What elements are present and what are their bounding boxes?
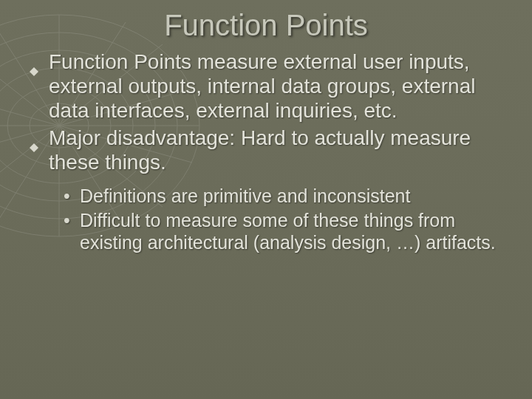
slide-title: Function Points bbox=[22, 9, 510, 42]
list-item-text: Function Points measure external user in… bbox=[49, 50, 475, 122]
list-item: Major disadvantage: Hard to actually mea… bbox=[28, 126, 510, 174]
svg-marker-15 bbox=[30, 143, 38, 152]
list-item: • Difficult to measure some of these thi… bbox=[64, 209, 510, 254]
slide-content: Function Points Function Points measure … bbox=[0, 0, 532, 254]
list-item: • Definitions are primitive and inconsis… bbox=[64, 185, 510, 208]
bullet-list-level1: Function Points measure external user in… bbox=[22, 50, 510, 174]
list-item-text: Major disadvantage: Hard to actually mea… bbox=[49, 126, 471, 174]
svg-marker-14 bbox=[30, 67, 38, 76]
list-item: Function Points measure external user in… bbox=[28, 50, 510, 123]
bullet-list-level2: • Definitions are primitive and inconsis… bbox=[22, 185, 510, 254]
list-item-text: Difficult to measure some of these thing… bbox=[80, 210, 496, 253]
dot-bullet-icon: • bbox=[64, 209, 70, 232]
list-item-text: Definitions are primitive and inconsiste… bbox=[80, 185, 410, 206]
diamond-bullet-icon bbox=[30, 133, 38, 142]
dot-bullet-icon: • bbox=[64, 185, 70, 208]
diamond-bullet-icon bbox=[30, 57, 38, 66]
